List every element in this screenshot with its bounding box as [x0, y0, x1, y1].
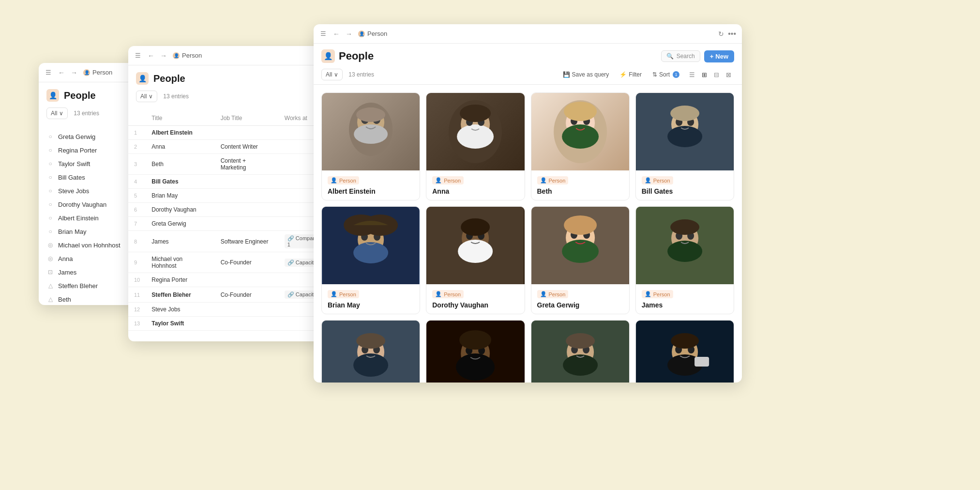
person-icon: △ — [46, 282, 54, 290]
search-bar[interactable]: 🔍 Search — [661, 50, 700, 62]
table-row[interactable]: 10 Regina Porter — [128, 273, 332, 287]
table-row[interactable]: 11 Steffen Bleher Co-Founder 🔗 Capacitie… — [128, 287, 332, 303]
gallery-card-bill[interactable]: 👤 Person Bill Gates — [635, 92, 734, 200]
nav-buttons: ← → — [331, 29, 354, 39]
back-button[interactable]: ← — [331, 29, 342, 39]
list-icon[interactable]: ☰ — [319, 30, 327, 38]
card-image-michael — [322, 321, 420, 383]
person-name: Albert Einstein — [58, 214, 99, 222]
refresh-button[interactable]: ↻ — [718, 30, 724, 38]
card-image-steffen — [531, 321, 629, 383]
card-tag: 👤 Person — [432, 290, 464, 298]
row-job: Content Writer — [215, 140, 279, 154]
row-title: Steve Jobs — [146, 303, 214, 317]
person-avatar-svg — [636, 93, 734, 170]
gallery-card-anna[interactable]: 👤 Person Anna — [426, 92, 525, 200]
table-view-btn[interactable]: ⊠ — [723, 69, 734, 80]
gallery-card-dorothy[interactable]: 👤 Person Dorothy Vaughan — [426, 206, 525, 314]
filter-all-btn[interactable]: All ∨ — [46, 107, 68, 119]
search-icon: 🔍 — [666, 53, 674, 60]
gallery-card-regina[interactable]: 👤 Person Regina Porter — [426, 320, 525, 383]
gallery-view-btn[interactable]: ⊞ — [699, 69, 710, 80]
gallery-card-einstein[interactable]: 👤 Person Albert Einstein — [321, 92, 420, 200]
row-job — [215, 189, 279, 203]
back-button[interactable]: ← — [146, 51, 156, 61]
forward-button[interactable]: → — [344, 29, 354, 39]
filter-all-btn[interactable]: All ∨ — [136, 91, 157, 102]
board-view-btn[interactable]: ⊟ — [711, 69, 722, 80]
table-row[interactable]: 6 Dorothy Vaughan — [128, 203, 332, 217]
svg-point-2 — [354, 124, 388, 144]
person-icon: ○ — [46, 214, 54, 222]
people-table: Title Job Title Works at 1 Albert Einste… — [128, 111, 332, 331]
page-icon: 👤 — [136, 72, 149, 85]
gallery-card-brian[interactable]: 👤 Person Brian May — [321, 206, 420, 314]
card-image-steve — [636, 321, 734, 383]
person-icon: ○ — [46, 200, 54, 208]
person-name: Bill Gates — [58, 174, 85, 181]
person-tag-icon: 👤 — [331, 291, 337, 297]
sort-button[interactable]: ⇅ Sort 1 — [648, 69, 683, 80]
table-row[interactable]: 9 Michael von Hohnhost Co-Founder 🔗 Capa… — [128, 252, 332, 273]
row-title: Brian May — [146, 189, 214, 203]
table-view: Title Job Title Works at 1 Albert Einste… — [128, 111, 332, 341]
person-avatar-svg — [426, 321, 524, 383]
forward-button[interactable]: → — [158, 51, 169, 61]
more-button[interactable]: ••• — [728, 30, 736, 38]
topbar-win2: ☰ ← → 👤 Person — [128, 46, 332, 65]
list-icon[interactable]: ☰ — [134, 52, 142, 60]
svg-point-14 — [562, 124, 599, 149]
gallery-card-steve[interactable]: 👤 Person Steve Jobs — [635, 320, 734, 383]
list-view-btn[interactable]: ☰ — [686, 69, 698, 80]
forward-button[interactable]: → — [69, 68, 79, 77]
person-icon: ○ — [46, 146, 54, 154]
new-label: New — [715, 53, 728, 60]
win2-toolbar: All ∨ 13 entries — [136, 91, 324, 106]
person-name: Anna — [58, 255, 73, 262]
gallery-card-james[interactable]: 👤 Person James — [635, 206, 734, 314]
person-name: Brian May — [58, 228, 87, 235]
new-button[interactable]: + New — [704, 50, 734, 62]
svg-point-61 — [459, 330, 491, 350]
table-row[interactable]: 2 Anna Content Writer — [128, 140, 332, 154]
row-job — [215, 126, 279, 140]
row-number: 5 — [128, 189, 146, 203]
filter-button[interactable]: ⚡ Filter — [616, 69, 646, 80]
card-tag: 👤 Person — [537, 290, 569, 298]
list-icon[interactable]: ☰ — [45, 69, 52, 77]
card-name: Dorothy Vaughan — [432, 301, 518, 309]
row-number: 6 — [128, 203, 146, 217]
table-row[interactable]: 12 Steve Jobs — [128, 303, 332, 317]
table-row[interactable]: 4 Bill Gates — [128, 175, 332, 189]
gallery-card-beth[interactable]: 👤 Person Beth — [531, 92, 630, 200]
table-row[interactable]: 1 Albert Einstein — [128, 126, 332, 140]
gallery-card-steffen[interactable]: 👤 Person Steffen Bleher — [531, 320, 630, 383]
person-tag-icon: 👤 — [645, 291, 651, 297]
card-name: James — [642, 301, 728, 309]
filter-all-btn[interactable]: All ∨ — [321, 69, 343, 80]
table-row[interactable]: 5 Brian May — [128, 189, 332, 203]
card-image-brian — [322, 207, 420, 284]
card-image-bill — [636, 93, 734, 170]
table-row[interactable]: 3 Beth Content + Marketing — [128, 154, 332, 175]
back-button[interactable]: ← — [56, 68, 67, 77]
card-name: Albert Einstein — [328, 187, 414, 195]
table-row[interactable]: 8 James Software Engineer 🔗 Company 1 — [128, 231, 332, 252]
row-title: Michael von Hohnhost — [146, 252, 214, 273]
gallery-card-michael[interactable]: 👤 Person Michael von Hohnhost — [321, 320, 420, 383]
table-row[interactable]: 13 Taylor Swift — [128, 317, 332, 331]
person-avatar-svg — [531, 93, 629, 170]
breadcrumb: 👤 Person — [358, 30, 387, 37]
gallery-card-greta[interactable]: 👤 Person Greta Gerwig — [531, 206, 630, 314]
card-image-dorothy — [426, 207, 524, 284]
person-icon: △ — [46, 295, 54, 303]
row-title: Greta Gerwig — [146, 217, 214, 231]
save-as-query-button[interactable]: 💾 Save as query — [559, 69, 613, 80]
nav-buttons: ← → — [56, 68, 79, 77]
person-icon: ○ — [46, 187, 54, 195]
table-row[interactable]: 7 Greta Gerwig — [128, 217, 332, 231]
row-number: 3 — [128, 154, 146, 175]
row-number: 7 — [128, 217, 146, 231]
person-avatar-svg — [322, 321, 420, 383]
person-tag-icon: 👤 — [540, 291, 547, 297]
